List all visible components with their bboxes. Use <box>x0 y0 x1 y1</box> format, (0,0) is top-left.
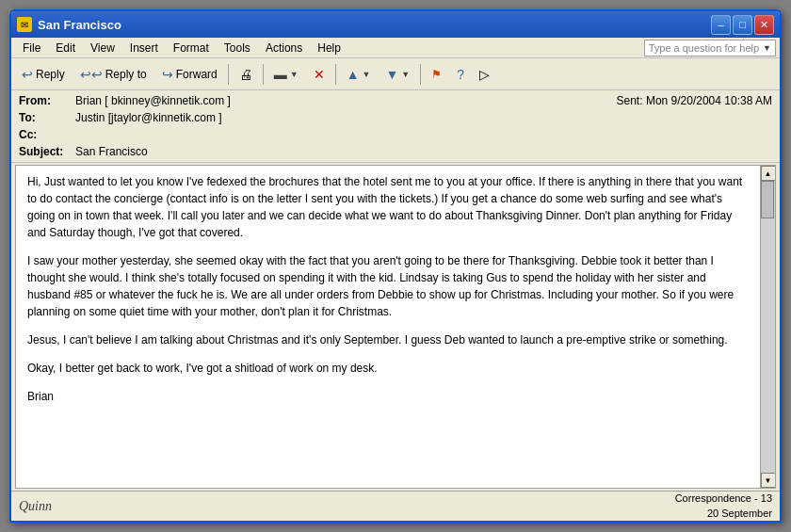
delete-icon: ✕ <box>314 67 325 82</box>
body-signature: Brian <box>27 388 749 405</box>
reply-label: Reply <box>36 68 65 81</box>
minimize-button[interactable]: – <box>711 15 731 35</box>
move-arrow: ▼ <box>290 70 299 79</box>
menu-tools[interactable]: Tools <box>217 40 258 56</box>
from-value: Brian [ bkinney@kinnetik.com ] <box>75 94 617 107</box>
move-icon: ▬ <box>274 67 287 82</box>
reply-to-all-icon: ↩↩ <box>80 67 103 82</box>
email-headers: From: Brian [ bkinney@kinnetik.com ] Sen… <box>11 90 780 163</box>
prev-icon: ▲ <box>347 67 360 82</box>
email-icon: ✉ <box>17 17 32 32</box>
title-controls: – □ ✕ <box>711 15 774 35</box>
flag-icon: ⚑ <box>431 68 442 81</box>
delete-button[interactable]: ✕ <box>307 62 331 87</box>
menu-insert[interactable]: Insert <box>122 40 166 56</box>
help-button[interactable]: ? <box>450 62 471 87</box>
email-window: ✉ San Francisco – □ ✕ File Edit View Ins… <box>9 9 782 523</box>
sent-value: Sent: Mon 9/20/2004 10:38 AM <box>617 94 772 107</box>
status-right: Correspondence - 13 20 September <box>675 492 772 521</box>
scroll-down-button[interactable]: ▼ <box>761 473 776 488</box>
to-value: Justin [jtaylor@kinnetik.com ] <box>75 111 772 124</box>
help-dropdown-arrow: ▼ <box>763 43 771 53</box>
to-label: To: <box>19 111 75 124</box>
maximize-button[interactable]: □ <box>733 15 752 35</box>
title-bar: ✉ San Francisco – □ ✕ <box>11 11 780 38</box>
scrollbar[interactable]: ▲ ▼ <box>760 166 775 488</box>
body-paragraph-1: Hi, Just wanted to let you know I've fed… <box>27 173 749 241</box>
status-bar: Quinn Correspondence - 13 20 September <box>11 491 780 521</box>
menu-file[interactable]: File <box>15 40 48 56</box>
forward-button[interactable]: ↪ Forward <box>155 62 224 87</box>
sent-label: Sent: <box>617 94 643 107</box>
print-icon: 🖨 <box>239 67 252 82</box>
scroll-thumb[interactable] <box>761 181 774 218</box>
reply-button[interactable]: ↩ Reply <box>15 62 72 87</box>
help-search-box[interactable]: Type a question for help ▼ <box>644 40 776 56</box>
body-paragraph-3: Jesus, I can't believe I am talking abou… <box>27 331 749 348</box>
toolbar: ↩ Reply ↩↩ Reply to ↪ Forward 🖨 ▬ ▼ ✕ <box>11 58 780 90</box>
close-button[interactable]: ✕ <box>754 15 774 35</box>
subject-row: Subject: San Francisco <box>11 143 780 160</box>
next-icon: ▼ <box>385 67 398 82</box>
status-correspondence: Correspondence - 13 <box>675 492 772 506</box>
from-label: From: <box>19 94 75 107</box>
title-bar-left: ✉ San Francisco <box>17 17 121 32</box>
separator-4 <box>420 64 421 85</box>
menu-edit[interactable]: Edit <box>48 40 83 56</box>
separator-3 <box>335 64 336 85</box>
menu-view[interactable]: View <box>83 40 122 56</box>
forward-label: Forward <box>176 68 218 81</box>
sent-date: Mon 9/20/2004 10:38 AM <box>646 94 772 107</box>
subject-value: San Francisco <box>75 145 772 158</box>
scroll-up-button[interactable]: ▲ <box>761 166 776 181</box>
menu-bar: File Edit View Insert Format Tools Actio… <box>11 38 780 58</box>
separator-2 <box>263 64 264 85</box>
to-row: To: Justin [jtaylor@kinnetik.com ] <box>11 109 780 126</box>
prev-arrow: ▼ <box>363 70 371 79</box>
subject-label: Subject: <box>19 145 75 158</box>
window-title: San Francisco <box>38 18 121 32</box>
extra-button[interactable]: ▷ <box>473 62 496 87</box>
menu-help[interactable]: Help <box>310 40 348 56</box>
separator-1 <box>228 64 229 85</box>
move-button[interactable]: ▬ ▼ <box>267 62 305 87</box>
menu-actions[interactable]: Actions <box>258 40 310 56</box>
menu-format[interactable]: Format <box>166 40 217 56</box>
cc-row: Cc: <box>11 126 780 143</box>
scroll-track[interactable] <box>761 181 776 473</box>
reply-icon: ↩ <box>22 67 33 82</box>
flag-button[interactable]: ⚑ <box>425 62 448 87</box>
cc-label: Cc: <box>19 128 75 141</box>
prev-button[interactable]: ▲ ▼ <box>340 62 378 87</box>
next-button[interactable]: ▼ ▼ <box>379 62 416 87</box>
help-icon: ? <box>457 67 464 82</box>
from-row: From: Brian [ bkinney@kinnetik.com ] Sen… <box>11 92 780 109</box>
status-signature: Quinn <box>19 499 52 514</box>
print-button[interactable]: 🖨 <box>233 62 259 87</box>
forward-icon: ↪ <box>162 67 173 82</box>
body-paragraph-4: Okay, I better get back to work, I've go… <box>27 360 749 377</box>
email-body-container: Hi, Just wanted to let you know I've fed… <box>15 165 776 489</box>
email-body[interactable]: Hi, Just wanted to let you know I've fed… <box>16 166 760 488</box>
extra-icon: ▷ <box>479 67 490 82</box>
status-date: 20 September <box>675 507 772 521</box>
body-paragraph-2: I saw your mother yesterday, she seemed … <box>27 252 749 320</box>
reply-to-label: Reply to <box>105 68 147 81</box>
next-arrow: ▼ <box>401 70 410 79</box>
help-search-text: Type a question for help <box>649 42 759 54</box>
reply-to-all-button[interactable]: ↩↩ Reply to <box>73 62 153 87</box>
